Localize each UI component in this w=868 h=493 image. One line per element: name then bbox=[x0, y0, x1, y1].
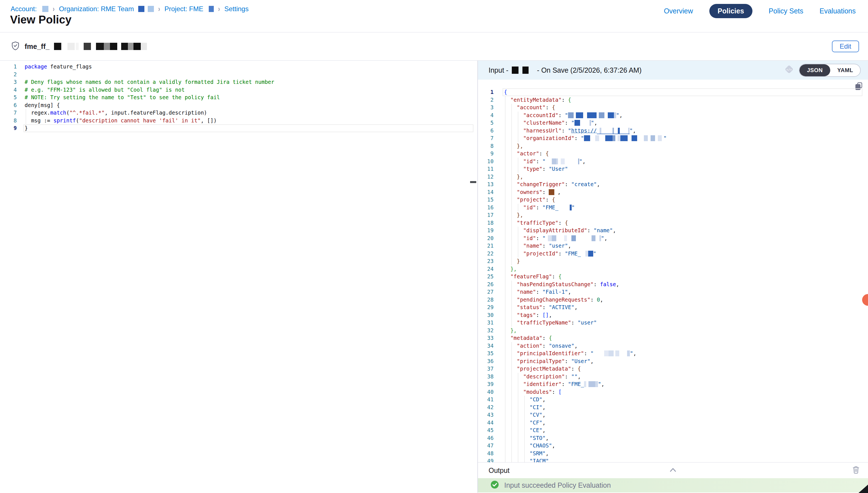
line-number: 3 bbox=[478, 104, 493, 111]
json-line: 11 "type": "User" bbox=[478, 165, 868, 173]
json-line: 36 "principalType": "User", bbox=[478, 358, 868, 365]
json-line: 41 "CD", bbox=[478, 396, 868, 404]
output-label: Output bbox=[488, 467, 509, 475]
json-line: 28 "pendingChangeRequests": 0, bbox=[478, 296, 868, 304]
line-number: 8 bbox=[0, 117, 17, 125]
redacted-value bbox=[546, 235, 601, 241]
format-toggle: JSON YAML bbox=[799, 64, 861, 77]
line-number: 4 bbox=[478, 111, 493, 119]
line-number: 9 bbox=[478, 150, 493, 158]
input-header: Input - - On Save (2/5/2026, 6:37:26 AM)… bbox=[478, 61, 868, 80]
line-number: 6 bbox=[478, 127, 493, 135]
line-number: 31 bbox=[478, 319, 493, 327]
json-line: 10 "id": "", bbox=[478, 158, 868, 166]
input-title-suffix: - On Save (2/5/2026, 6:37:26 AM) bbox=[537, 66, 642, 74]
line-number: 39 bbox=[478, 380, 493, 388]
tab-policy-sets[interactable]: Policy Sets bbox=[769, 7, 803, 15]
line-number: 48 bbox=[478, 450, 493, 457]
redacted-value bbox=[593, 350, 630, 356]
redacted-value bbox=[584, 381, 598, 387]
line-number: 42 bbox=[478, 404, 493, 411]
rego-line: 8 msg := sprintf("description cannot hav… bbox=[0, 117, 477, 125]
json-line: 4 "accountId": "", bbox=[478, 111, 868, 119]
json-line: 46 "STO", bbox=[478, 434, 868, 442]
line-number: 17 bbox=[478, 211, 493, 219]
line-number: 40 bbox=[478, 388, 493, 396]
line-number: 26 bbox=[478, 281, 493, 288]
line-number: 11 bbox=[478, 165, 493, 173]
tab-policies[interactable]: Policies bbox=[709, 4, 753, 18]
json-line: 47 "CHAOS", bbox=[478, 442, 868, 450]
redacted-value bbox=[546, 158, 579, 164]
input-title-redaction bbox=[512, 66, 533, 74]
collapse-output-icon[interactable] bbox=[669, 467, 677, 474]
redacted-value bbox=[581, 251, 593, 257]
breadcrumb-item[interactable]: Settings bbox=[224, 5, 249, 13]
json-line: 14 "owners": , bbox=[478, 188, 868, 196]
line-number: 1 bbox=[478, 88, 493, 96]
line-number: 8 bbox=[478, 142, 493, 150]
toggle-yaml[interactable]: YAML bbox=[830, 64, 860, 76]
edit-button[interactable]: Edit bbox=[832, 41, 859, 52]
trash-icon[interactable] bbox=[852, 466, 860, 475]
line-number: 5 bbox=[0, 94, 17, 102]
page-header: Account:›Organization: RME Team›Project:… bbox=[0, 0, 868, 33]
line-number: 14 bbox=[478, 188, 493, 196]
json-line: 9 "actor": { bbox=[478, 150, 868, 158]
line-number: 23 bbox=[478, 257, 493, 265]
line-number: 43 bbox=[478, 411, 493, 419]
rego-line: 7 regex.match("^.*fail.*", input.feature… bbox=[0, 109, 477, 117]
tab-overview[interactable]: Overview bbox=[664, 7, 693, 15]
json-line: 7 "organizationId": "" bbox=[478, 134, 868, 142]
redacted-value bbox=[597, 128, 630, 134]
line-number: 1 bbox=[0, 63, 17, 71]
redacted-value bbox=[568, 112, 616, 118]
json-line: 33 "metadata": { bbox=[478, 334, 868, 342]
json-lines: 1{2 "entityMetadata": {3 "account": {4 "… bbox=[478, 88, 868, 462]
line-number: 44 bbox=[478, 419, 493, 427]
line-number: 46 bbox=[478, 434, 493, 442]
line-number: 38 bbox=[478, 373, 493, 381]
json-line: 21 "name": "user", bbox=[478, 242, 868, 250]
breadcrumb-item[interactable]: Organization: RME Team bbox=[59, 5, 154, 13]
breadcrumb-item[interactable]: Account: bbox=[11, 5, 48, 13]
json-line: 1{ bbox=[478, 88, 868, 96]
breadcrumb-item[interactable]: Project: FME bbox=[164, 5, 214, 13]
line-number: 12 bbox=[478, 173, 493, 181]
policy-shield-icon bbox=[11, 41, 20, 52]
policy-bar: fme_ff_ Edit bbox=[0, 33, 868, 61]
json-line: 39 "identifier": "FME_", bbox=[478, 380, 868, 388]
redacted-value bbox=[584, 135, 663, 141]
json-line: 30 "tags": [], bbox=[478, 311, 868, 319]
svg-text:</>: </> bbox=[786, 68, 792, 71]
breadcrumb-separator: › bbox=[218, 4, 220, 14]
json-line: 22 "projectId": "FME_" bbox=[478, 250, 868, 258]
line-number: 5 bbox=[478, 119, 493, 127]
evaluation-result-banner: Input succeeded Policy Evaluation bbox=[478, 478, 868, 492]
json-line: 24 }, bbox=[478, 265, 868, 273]
code-diamond-icon[interactable]: </> bbox=[783, 63, 795, 77]
rego-line: 1package feature_flags bbox=[0, 63, 477, 71]
policy-name-redaction bbox=[54, 43, 147, 50]
line-number: 20 bbox=[478, 235, 493, 242]
json-line: 29 "status": "ACTIVE", bbox=[478, 303, 868, 311]
json-line: 45 "CE", bbox=[478, 427, 868, 434]
json-line: 26 "hasPendingStatusChange": false, bbox=[478, 281, 868, 288]
line-number: 45 bbox=[478, 427, 493, 434]
line-number: 34 bbox=[478, 342, 493, 350]
line-number: 36 bbox=[478, 358, 493, 365]
line-number: 22 bbox=[478, 250, 493, 258]
json-line: 19 "displayAttributeId": "name", bbox=[478, 227, 868, 235]
view-policy-page: Account:›Organization: RME Team›Project:… bbox=[0, 0, 868, 493]
toggle-json[interactable]: JSON bbox=[800, 64, 830, 76]
redacted-value bbox=[549, 189, 554, 195]
rego-code-editor[interactable]: 1package feature_flags23# Deny flags who… bbox=[0, 61, 477, 493]
tab-evaluations[interactable]: Evaluations bbox=[820, 7, 856, 15]
json-line: 16 "id": "FME_" bbox=[478, 204, 868, 212]
json-line: 13 "changeTrigger": "create", bbox=[478, 180, 868, 188]
json-input-editor[interactable]: 1{2 "entityMetadata": {3 "account": {4 "… bbox=[478, 80, 868, 462]
rego-line: 4# e.g. "FFM-123" is allowed but "Cool f… bbox=[0, 86, 477, 94]
json-line: 15 "project": { bbox=[478, 196, 868, 204]
json-line: 38 "description": "", bbox=[478, 373, 868, 381]
rego-line: 2 bbox=[0, 71, 477, 79]
